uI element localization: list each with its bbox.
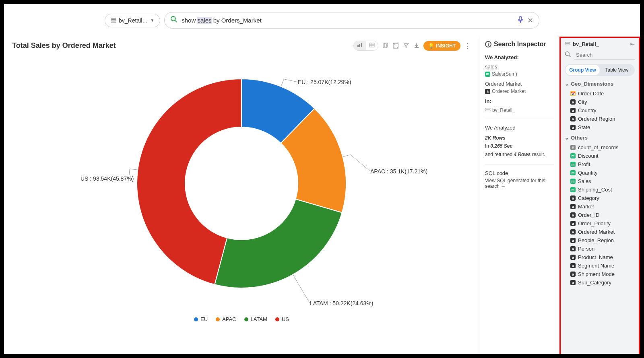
legend-item-us[interactable]: US [275,316,289,322]
field-item[interactable]: aOrder_ID [565,211,635,219]
we-analyzed-2: We Analyzed [485,125,554,131]
svg-rect-0 [111,18,116,19]
field-name: State [578,124,590,130]
svg-point-21 [566,52,570,56]
group-header[interactable]: ⌄Others [565,135,635,141]
table-view-tab[interactable]: Table View [600,65,634,75]
download-icon[interactable] [413,42,420,49]
source-selector[interactable]: bv_Retail… ▼ [105,14,160,27]
expand-icon[interactable] [392,42,399,49]
filter-icon[interactable] [402,42,410,49]
svg-rect-8 [359,44,360,47]
svg-rect-18 [485,110,490,111]
svg-rect-5 [519,16,522,21]
field-item[interactable]: mProfit [565,160,635,169]
donut-slice-latam[interactable] [215,199,342,288]
field-item[interactable]: aOrder_Priority [565,219,635,228]
panel-search-input[interactable] [574,50,635,60]
field-item[interactable]: aCity [565,98,635,106]
chart-toolbar: 💡 INSIGHT ⋮ [353,41,471,51]
field-type-icon: a [570,272,576,277]
field-item[interactable]: 📅Order Date [565,89,635,98]
info-icon: i [485,41,491,47]
legend-item-apac[interactable]: APAC [216,316,236,322]
field-type-icon: a [570,195,576,201]
field-name: Order_ID [578,212,599,218]
field-type-icon: a [570,255,576,260]
field-item[interactable]: aPerson [565,245,635,253]
svg-rect-7 [357,45,359,47]
legend-dot-icon [216,317,220,321]
more-menu-icon[interactable]: ⋮ [464,41,471,50]
pin-icon[interactable]: ⇤ [630,41,635,47]
field-item[interactable]: aPeople_Region [565,236,635,245]
legend-item-latam[interactable]: LATAM [244,316,267,322]
legend-dot-icon [275,317,279,321]
field-item[interactable]: aCountry [565,106,635,115]
insight-button[interactable]: 💡 INSIGHT [423,41,460,51]
mic-icon[interactable] [518,16,523,25]
clear-search-icon[interactable]: ✕ [527,16,533,25]
donut-chart[interactable]: EU : 25.07K(12.29%)APAC : 35.1K(17.21%)L… [97,55,386,312]
field-item[interactable]: aShipment Mode [565,270,635,278]
chart-view-icon[interactable] [354,41,366,50]
field-name: Ordered Region [578,116,615,122]
group-header[interactable]: ⌄Geo_Dimensions [565,81,635,87]
chart-title: Total Sales by Ordered Market [12,41,116,50]
legend-dot-icon [194,317,198,321]
field-item[interactable]: aState [565,123,635,132]
source-name: bv_Retail… [119,17,148,24]
field-item[interactable]: mDiscount [565,152,635,160]
field-name: Category [578,195,599,201]
field-item[interactable]: #count_of_records [565,143,635,152]
copy-icon[interactable] [382,42,389,49]
svg-rect-17 [485,108,490,109]
field-type-icon: # [570,145,576,150]
field-item[interactable]: aSegment Name [565,261,635,270]
field-name: Person [578,246,594,252]
panel-view-toggle[interactable]: Group View Table View [565,64,635,76]
legend-dot-icon [244,317,248,321]
analyzed-sales[interactable]: sales [485,64,554,70]
field-item[interactable]: aMarket [565,202,635,211]
field-name: Shipping_Cost [578,187,612,193]
we-analyzed-label: We Analyzed: [485,54,554,60]
svg-line-4 [175,21,177,23]
field-type-icon: a [570,99,576,105]
field-name: Profit [578,161,590,167]
field-item[interactable]: aCategory [565,194,635,202]
view-toggle[interactable] [353,41,378,51]
field-name: Discount [578,153,599,159]
table-view-icon[interactable] [366,41,378,50]
field-item[interactable]: mShipping_Cost [565,185,635,194]
slice-label-latam: LATAM : 50.22K(24.63%) [310,300,373,307]
view-sql-link[interactable]: View SQL generated for this search → [485,178,554,189]
field-item[interactable]: mQuantity [565,169,635,177]
panel-search[interactable] [565,50,635,60]
field-type-icon: m [570,162,576,167]
sql-code-label: SQL code [485,170,554,176]
field-name: City [578,99,587,105]
slice-label-apac: APAC : 35.1K(17.21%) [370,168,427,175]
search-bar[interactable]: show sales by Orders_Market ✕ [164,12,539,29]
svg-rect-19 [565,42,570,43]
chevron-down-icon: ▼ [150,18,154,23]
chevron-down-icon: ⌄ [565,81,569,87]
slice-label-us: US : 93.54K(45.87%) [80,175,134,182]
group-view-tab[interactable]: Group View [566,65,600,75]
search-icon [170,16,178,25]
field-type-icon: a [570,125,576,130]
legend-item-eu[interactable]: EU [194,316,208,322]
bulb-icon: 💡 [428,43,434,49]
field-item[interactable]: mSales [565,177,635,185]
field-item[interactable]: aOrdered Market [565,228,635,236]
field-item[interactable]: aProduct_Name [565,253,635,261]
field-name: Quantity [578,170,597,176]
field-type-icon: m [570,153,576,158]
database-icon [111,18,116,23]
field-item[interactable]: aOrdered Region [565,115,635,123]
field-name: Product_Name [578,254,613,260]
search-icon [565,51,571,59]
field-name: count_of_records [578,144,618,150]
field-item[interactable]: aSub_Category [565,278,635,287]
